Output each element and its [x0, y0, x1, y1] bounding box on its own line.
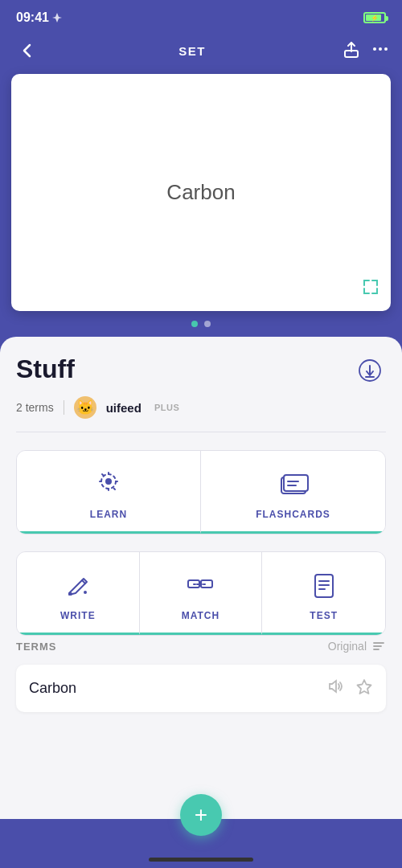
mode-grid-container: LEARN FLASHCARDS: [16, 450, 386, 636]
terms-count: 2 terms: [16, 401, 54, 414]
location-icon: [52, 13, 62, 23]
set-title: Stuff: [16, 354, 75, 384]
more-button[interactable]: [371, 40, 389, 62]
flashcard-word: Carbon: [166, 180, 235, 205]
star-button[interactable]: [355, 678, 373, 699]
term-card[interactable]: Carbon: [16, 665, 386, 712]
header-actions: [343, 40, 389, 62]
content-area: Stuff 2 terms 🐱 uifeed PLUS: [0, 337, 402, 819]
svg-point-1: [373, 47, 376, 51]
status-bar: 09:41 ⚡: [0, 0, 402, 32]
learn-icon: [92, 469, 125, 501]
terms-header: TERMS Original: [16, 639, 386, 653]
test-label: TEST: [310, 610, 338, 621]
header-title: SET: [178, 44, 206, 58]
meta-row: 2 terms 🐱 uifeed PLUS: [16, 396, 386, 432]
download-button[interactable]: [354, 354, 386, 387]
carousel-dots: [0, 311, 402, 337]
svg-point-3: [384, 47, 388, 51]
terms-section: TERMS Original Carbon: [16, 639, 386, 712]
match-icon: [184, 570, 216, 602]
svg-point-11: [69, 592, 72, 596]
mode-write[interactable]: WRITE: [17, 552, 140, 635]
test-icon: [308, 570, 340, 602]
share-button[interactable]: [343, 40, 360, 62]
term-actions: [326, 678, 373, 699]
terms-sort[interactable]: Original: [328, 639, 386, 653]
battery-icon: ⚡: [363, 12, 386, 23]
time-display: 09:41: [16, 10, 49, 25]
expand-button[interactable]: [362, 278, 379, 300]
mode-learn[interactable]: LEARN: [17, 451, 201, 534]
flashcards-label: FLASHCARDS: [256, 509, 330, 520]
meta-divider: [64, 400, 64, 415]
flashcard-area: Carbon: [0, 74, 402, 311]
flashcards-icon: [277, 469, 310, 501]
audio-button[interactable]: [326, 678, 344, 699]
mode-grid-top: LEARN FLASHCARDS: [16, 450, 386, 534]
svg-rect-8: [284, 475, 308, 491]
match-label: MATCH: [182, 610, 219, 621]
flashcard[interactable]: Carbon: [11, 74, 391, 311]
fab-button[interactable]: +: [180, 794, 222, 836]
mode-grid-bottom: WRITE MATCH: [16, 551, 386, 636]
write-label: WRITE: [60, 610, 96, 621]
status-indicators: ⚡: [363, 12, 386, 23]
title-row: Stuff: [16, 354, 386, 387]
avatar: 🐱: [74, 396, 96, 419]
terms-section-title: TERMS: [16, 641, 57, 653]
svg-point-12: [84, 591, 87, 594]
write-icon: [62, 570, 94, 602]
plus-badge: PLUS: [154, 403, 179, 412]
home-indicator: [149, 858, 253, 862]
fab-icon: +: [195, 802, 207, 828]
mode-flashcards[interactable]: FLASHCARDS: [201, 451, 385, 534]
back-button[interactable]: [13, 36, 42, 65]
svg-rect-14: [201, 580, 212, 588]
svg-point-2: [379, 47, 382, 51]
learn-label: LEARN: [90, 509, 127, 520]
term-word: Carbon: [29, 680, 76, 697]
username[interactable]: uifeed: [106, 401, 142, 415]
sort-label: Original: [328, 640, 367, 653]
mode-match[interactable]: MATCH: [140, 552, 263, 635]
status-time: 09:41: [16, 10, 62, 25]
svg-point-6: [106, 479, 111, 484]
header: SET: [0, 32, 402, 74]
dot-2[interactable]: [204, 321, 211, 327]
mode-test[interactable]: TEST: [262, 552, 385, 635]
dot-1[interactable]: [191, 321, 198, 327]
